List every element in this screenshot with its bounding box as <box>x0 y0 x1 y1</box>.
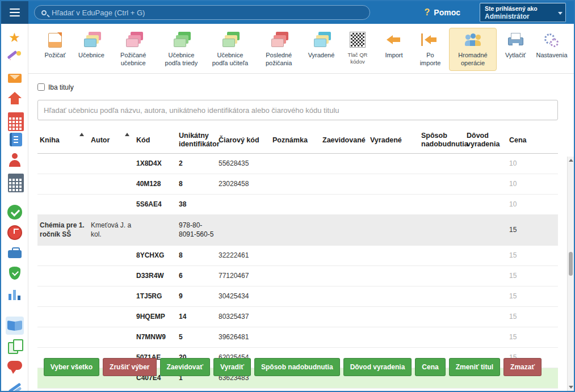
column-header-zaevidovane[interactable]: Zaevidované <box>320 127 368 153</box>
table-row[interactable]: 9HQEMP148032543715 <box>37 306 558 327</box>
sidebar-item-attendance-check[interactable] <box>6 203 24 221</box>
sidebar-item-chat[interactable] <box>6 357 24 376</box>
sidebar-item-star[interactable] <box>6 28 24 47</box>
sidebar-item-shield[interactable] <box>6 264 24 283</box>
vyber-vsetko-button[interactable]: Vyber všetko <box>44 358 99 376</box>
cell-sposob <box>419 174 464 194</box>
column-header-sposob-nadobudnutia[interactable]: Spôsob nadobudnutia <box>419 127 464 153</box>
scroll-up-icon[interactable] <box>568 157 574 164</box>
dovod-vyradenia-button[interactable]: Dôvod vyradenia <box>343 358 412 376</box>
toolbar: PožičaťUčebnicePožičané učebniceUčebnice… <box>28 24 574 74</box>
table-row[interactable]: D33R4W67712046715 <box>37 265 558 286</box>
table-row[interactable]: 5S6AE43810 <box>37 194 558 214</box>
column-header-poznamka[interactable]: Poznámka <box>270 127 320 153</box>
sidebar-item-timetable[interactable] <box>6 110 24 128</box>
vertical-scrollbar[interactable] <box>567 157 574 391</box>
sidebar-item-tools[interactable] <box>6 378 24 391</box>
global-search[interactable] <box>34 5 370 20</box>
cell-vyradene <box>368 153 419 174</box>
column-header-kod[interactable]: Kód <box>134 127 177 153</box>
cell-kniha <box>37 265 89 286</box>
table-row[interactable]: 1X8D4X25562843510 <box>37 153 558 174</box>
only-titles-input[interactable] <box>37 83 45 91</box>
table-row[interactable]: 8YCHXG83222246115 <box>37 245 558 265</box>
column-header-cena[interactable]: Cena <box>507 127 558 153</box>
column-header-ciarovy-kod[interactable]: Čiarový kód <box>216 127 270 153</box>
cena-button[interactable]: Cena <box>415 358 445 376</box>
cell-cena: 15 <box>507 265 558 286</box>
global-search-input[interactable] <box>52 9 363 17</box>
only-titles-checkbox[interactable]: Iba tituly <box>37 83 74 91</box>
cell-unikatny: 2 <box>177 153 216 174</box>
cell-sposob <box>419 327 464 347</box>
copies-icon <box>6 338 23 355</box>
cell-autor <box>89 327 134 347</box>
zaevidovat-button[interactable]: Zaevidovať <box>160 358 210 376</box>
cell-kod: 5S6AE4 <box>134 194 177 214</box>
toolbar-item-tlac-qr-kodov[interactable]: Tlač QR kódov <box>340 28 375 69</box>
book-search-input[interactable] <box>37 100 558 120</box>
column-header-dovod-vyradenia[interactable]: Dôvod vyradenia <box>464 127 507 153</box>
cell-ciarovy: 77120467 <box>216 265 270 286</box>
sidebar-item-library[interactable] <box>6 317 24 335</box>
sidebar-item-chart[interactable] <box>6 285 24 303</box>
cell-vyradene <box>368 174 419 194</box>
bulk-operations-icon <box>464 31 482 48</box>
cell-zaevidovane <box>320 286 368 306</box>
table-row[interactable]: 1TJ5RG93042543415 <box>37 286 558 306</box>
toolbar-item-ucebnice[interactable]: Učebnice <box>74 28 109 63</box>
column-header-unikatny-identifikator[interactable]: Unikátny identifikátor <box>177 127 216 153</box>
after-import-icon <box>421 31 439 48</box>
sidebar-item-mail[interactable] <box>6 69 24 87</box>
cell-dovod <box>464 306 507 327</box>
toolbar-item-ucebnice-podla-ucitela[interactable]: Učebnice podľa učiteľa <box>206 28 254 71</box>
sidebar-item-person[interactable] <box>6 151 24 169</box>
toolbar-item-import[interactable]: Import <box>376 28 412 63</box>
sort-asc-icon[interactable] <box>125 133 129 136</box>
toolbar-item-vyradene[interactable]: Vyradené <box>304 28 339 63</box>
account-menu[interactable]: Ste prihlásený ako Administrátor <box>480 3 566 22</box>
toolbar-item-pozicat[interactable]: Požičať <box>37 28 73 63</box>
sidebar-item-copies[interactable] <box>6 337 24 355</box>
toolbar-item-posledne-pozicania[interactable]: Posledné požičania <box>255 28 303 71</box>
sidebar-item-magic-wand[interactable] <box>6 49 24 67</box>
help-button[interactable]: ? Pomoc <box>425 7 460 18</box>
cell-cena: 15 <box>507 306 558 327</box>
zmenit-titul-button[interactable]: Zmeniť titul <box>449 358 500 376</box>
sposob-nadobudnutia-button[interactable]: Spôsob nadobudnutia <box>254 358 340 376</box>
toolbar-item-hromadne-operacie[interactable]: Hromadné operácie <box>449 28 497 71</box>
table-row[interactable]: N7MNW953962648115 <box>37 327 558 347</box>
table-row[interactable]: Chémia pre 1. ročník SŠKmeťová J. a kol.… <box>37 214 558 245</box>
timetable-icon <box>6 111 23 128</box>
toolbar-item-po-importe[interactable]: Po importe <box>413 28 448 71</box>
table-row[interactable]: 40M12882302845810 <box>37 174 558 194</box>
cell-ciarovy: 30425434 <box>216 286 270 306</box>
zmazat-button[interactable]: Zmazať <box>503 358 542 376</box>
cell-zaevidovane <box>320 153 368 174</box>
cell-dovod <box>464 194 507 214</box>
vyradit-button[interactable]: Vyradiť <box>213 358 251 376</box>
column-header-kniha[interactable]: Kniha <box>37 127 89 153</box>
textbooks-by-teacher-icon <box>221 31 239 48</box>
toolbar-item-pozicane-ucebnice[interactable]: Požičané učebnice <box>110 28 156 71</box>
sidebar-item-calendar[interactable] <box>6 171 24 189</box>
column-header-vyradene[interactable]: Vyradené <box>368 127 419 153</box>
cell-unikatny: 5 <box>177 327 216 347</box>
toolbar-item-nastavenia[interactable]: Nastavenia <box>534 28 569 63</box>
scroll-down-icon[interactable] <box>568 383 574 391</box>
column-header-autor[interactable]: Autor <box>89 127 134 153</box>
sidebar-item-notebook[interactable] <box>6 130 24 149</box>
menu-button[interactable] <box>1 1 28 24</box>
toolbar-item-ucebnice-podla-triedy[interactable]: Učebnice podľa triedy <box>157 28 205 71</box>
zrusit-vyber-button[interactable]: Zrušiť výber <box>103 358 156 376</box>
scrollbar-thumb[interactable] <box>569 252 573 276</box>
cell-kod: 40M128 <box>134 174 177 194</box>
sidebar-item-clock[interactable] <box>6 224 24 242</box>
toolbar-item-vytlacit[interactable]: Vytlačiť <box>498 28 533 63</box>
cell-sposob <box>419 286 464 306</box>
cell-dovod <box>464 327 507 347</box>
sort-asc-icon[interactable] <box>79 133 84 136</box>
column-label: Autor <box>91 136 110 144</box>
sidebar-item-home[interactable] <box>6 90 24 108</box>
sidebar-item-briefcase[interactable] <box>6 244 24 262</box>
